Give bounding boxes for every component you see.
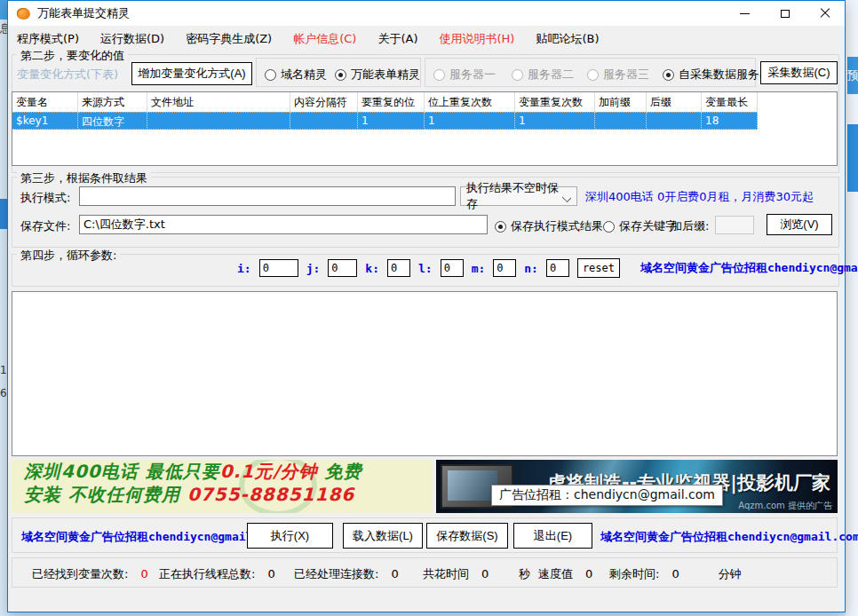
radio-disabled-icon — [587, 69, 599, 81]
action-row: 域名空间黄金广告位招租chendiycn@gmail.com 执行(X) 载入数… — [12, 517, 838, 553]
exec-mode-label: 执行模式: — [20, 190, 70, 206]
col-header[interactable]: 加前缀 — [595, 92, 647, 112]
cell-separator[interactable] — [290, 112, 358, 130]
step2-legend: 第二步，要变化的值 — [17, 48, 128, 64]
suffix-label: 加后缀: — [671, 218, 709, 234]
radio-checked-icon — [495, 221, 506, 233]
radio-save-exec-result[interactable]: 保存执行模式结果 — [495, 218, 603, 234]
variable-table[interactable]: 变量名 来源方式 文件地址 内容分隔符 要重复的位 位上重复次数 变量重复次数 … — [12, 91, 838, 166]
status-bar: 已经找到变量次数:0 正在执行线程总数:0 已经处理连接数:0 共花时间0秒 速… — [12, 557, 838, 588]
action-ad-right[interactable]: 域名空间黄金广告位招租chendiycn@gmail.com — [600, 529, 858, 545]
col-header[interactable]: 内容分隔符 — [290, 92, 358, 112]
param-i-input[interactable] — [259, 259, 298, 277]
menu-run-data[interactable]: 运行数据(D) — [100, 31, 164, 47]
banner-ad-right[interactable]: 虎将制造--专业监视器|投影机厂家 广告位招租：chendiycn@gmail.… — [436, 460, 838, 513]
col-header[interactable]: 来源方式 — [78, 92, 147, 112]
browse-button[interactable]: 浏览(V) — [767, 214, 832, 235]
col-header[interactable]: 位上重复次数 — [425, 92, 515, 112]
cell-digit-repeat-count[interactable]: 1 — [425, 112, 515, 130]
radio-server-2: 服务器二 — [512, 67, 574, 83]
background-text-fragment: 预 — [847, 57, 858, 94]
cell-variable-name[interactable]: $key1 — [12, 112, 78, 130]
execute-button[interactable]: 执行(X) — [247, 523, 333, 549]
table-header-row: 变量名 来源方式 文件地址 内容分隔符 要重复的位 位上重复次数 变量重复次数 … — [12, 92, 837, 112]
background-text-fragment: 1 — [0, 364, 7, 376]
reset-button[interactable]: reset — [577, 258, 620, 278]
cell-file-path[interactable] — [147, 112, 290, 130]
collect-data-button[interactable]: 采集数据(C) — [760, 61, 838, 84]
menu-account-info[interactable]: 帐户信息(C) — [293, 31, 356, 47]
exit-button[interactable]: 退出(E) — [513, 523, 592, 549]
radio-self-collect-server[interactable]: 自采集数据服务器 — [663, 67, 771, 83]
param-n-input[interactable] — [546, 259, 569, 277]
cell-max-length[interactable]: 18 — [702, 112, 758, 130]
radio-disabled-icon — [433, 69, 445, 81]
cell-source-type[interactable]: 四位数字 — [78, 112, 147, 130]
maximize-button[interactable] — [765, 1, 805, 26]
cell-var-repeat-count[interactable]: 1 — [515, 112, 595, 130]
background-text-fragment: 息 — [0, 21, 7, 36]
radio-domain-spirit[interactable]: 域名精灵 — [265, 67, 327, 83]
col-header[interactable]: 变量重复次数 — [515, 92, 595, 112]
menu-password-dict[interactable]: 密码字典生成(Z) — [186, 31, 272, 47]
promo-text-domain[interactable]: 域名空间黄金广告位招租chendiycn@gmail.com — [640, 260, 858, 276]
radio-icon — [265, 69, 276, 81]
param-n-label: n: — [524, 262, 538, 275]
main-window: 万能表单提交精灵 程序模式(P) 运行数据(D) 密码字典生成(Z) 帐户信息(… — [7, 0, 846, 612]
menu-program-mode[interactable]: 程序模式(P) — [17, 31, 79, 47]
result-textarea[interactable] — [12, 291, 838, 456]
menu-bar: 程序模式(P) 运行数据(D) 密码字典生成(Z) 帐户信息(C) 关于(A) … — [8, 26, 845, 52]
app-icon — [17, 8, 30, 20]
param-k-label: k: — [365, 262, 379, 275]
status-speed: 速度值0 — [538, 566, 592, 582]
background-window-fragment — [0, 0, 7, 20]
save-condition-dropdown[interactable]: 执行结果不空时保存 — [460, 186, 577, 206]
load-data-button[interactable]: 载入数据(L) — [343, 523, 423, 549]
radio-form-spirit[interactable]: 万能表单精灵 — [335, 67, 420, 83]
maximize-icon — [781, 10, 790, 18]
title-bar[interactable]: 万能表单提交精灵 — [8, 1, 845, 26]
exec-mode-input[interactable] — [79, 186, 456, 206]
col-header[interactable]: 变量最长 — [702, 92, 758, 112]
radio-disabled-icon — [512, 69, 523, 81]
background-window-left-sliver: 息 1 6 — [0, 0, 7, 616]
window-title: 万能表单提交精灵 — [37, 5, 130, 21]
promo-text-400[interactable]: 深圳400电话 0开启费0月租，月消费30元起 — [585, 189, 814, 205]
banner-credit: Aqzm.com 提供的广告 — [738, 500, 832, 512]
cell-filler — [758, 112, 837, 130]
cell-prefix[interactable] — [595, 112, 647, 130]
action-ad-left[interactable]: 域名空间黄金广告位招租chendiycn@gmail.com — [21, 529, 281, 545]
radio-checked-icon — [663, 69, 674, 81]
cell-repeat-digit[interactable]: 1 — [358, 112, 425, 130]
background-text-fragment: 6 — [0, 387, 7, 399]
radio-server-1: 服务器一 — [433, 67, 496, 83]
step3-legend: 第三步，根据条件取结果 — [17, 170, 151, 186]
background-window-fragment — [847, 124, 858, 192]
save-file-input[interactable] — [79, 215, 488, 234]
param-m-input[interactable] — [493, 259, 516, 277]
menu-manual[interactable]: 使用说明书(H) — [439, 31, 514, 47]
table-row-selected[interactable]: $key1 四位数字 1 1 1 18 — [12, 112, 837, 130]
radio-save-keyword[interactable]: 保存关键字 — [603, 218, 677, 234]
loop-params: i: j: k: l: m: n: reset 域名空间黄金广告位招租chend… — [237, 258, 858, 278]
param-j-input[interactable] — [328, 259, 357, 277]
col-header[interactable]: 后缀 — [647, 92, 702, 112]
banner-ad-left[interactable]: 深圳400电话 最低只要0.1元/分钟 免费 安装 不收任何费用 0755-88… — [12, 460, 433, 513]
step2-hint-label: 变量变化方式(下表) — [17, 67, 118, 83]
menu-about[interactable]: 关于(A) — [377, 31, 417, 47]
background-window-fragment — [0, 199, 7, 229]
save-data-button[interactable]: 保存数据(S) — [426, 523, 508, 549]
param-l-input[interactable] — [441, 259, 464, 277]
status-threads: 正在执行线程总数:0 — [159, 566, 275, 582]
suffix-input[interactable] — [715, 216, 754, 234]
param-k-input[interactable] — [387, 259, 410, 277]
close-button[interactable] — [805, 1, 845, 26]
col-header[interactable]: 要重复的位 — [358, 92, 425, 112]
col-header[interactable]: 文件地址 — [147, 92, 290, 112]
cell-suffix[interactable] — [647, 112, 702, 130]
save-file-label: 保存文件: — [20, 218, 70, 234]
add-variable-button[interactable]: 增加变量变化方式(A) — [131, 62, 252, 85]
menu-forum[interactable]: 贴吧论坛(B) — [536, 31, 599, 47]
col-header[interactable]: 变量名 — [12, 92, 78, 112]
minimize-button[interactable] — [725, 1, 765, 26]
